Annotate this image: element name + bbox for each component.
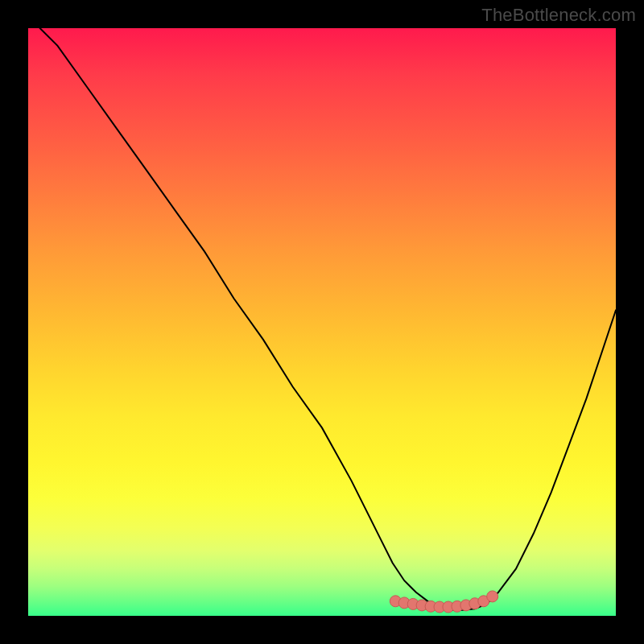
- watermark-text: TheBottleneck.com: [481, 5, 636, 26]
- chart-plot-area: [28, 28, 616, 616]
- marker-dot: [487, 591, 498, 602]
- chart-svg: [28, 28, 616, 616]
- optimal-range-markers: [390, 591, 497, 613]
- bottleneck-curve: [40, 28, 616, 610]
- chart-frame: TheBottleneck.com: [0, 0, 644, 644]
